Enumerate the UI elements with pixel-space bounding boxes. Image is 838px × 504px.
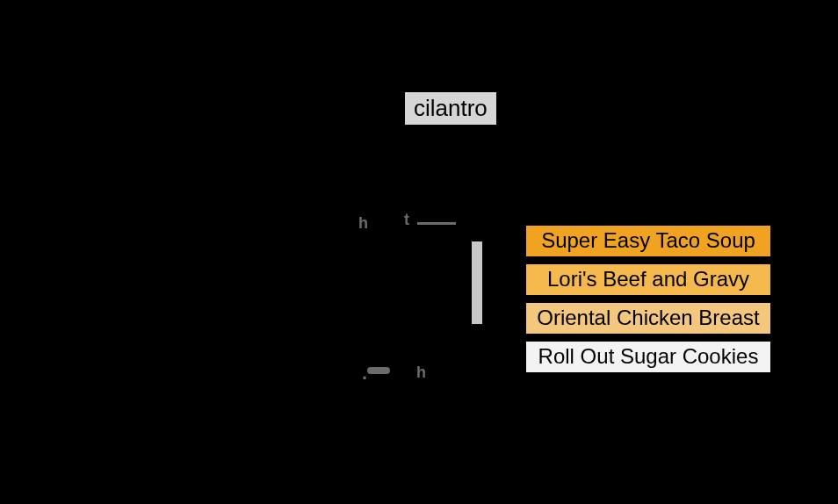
recipe-result-4: Roll Out Sugar Cookies <box>525 341 771 373</box>
axis-tick: . <box>362 362 367 385</box>
axis-tick <box>417 222 456 225</box>
axis-tick: h <box>358 214 368 233</box>
axis-tick: t <box>404 211 409 229</box>
recipe-result-3: Oriental Chicken Breast <box>525 302 771 335</box>
impulse-bar <box>471 241 483 325</box>
recipe-result-2: Lori's Beef and Gravy <box>525 263 771 296</box>
diagram-stage: cilantro h t . h Super Easy Taco Soup Lo… <box>0 0 838 504</box>
recipe-result-1: Super Easy Taco Soup <box>525 225 771 257</box>
axis-tick: h <box>416 364 426 382</box>
axis-tick <box>367 367 390 374</box>
query-term: cilantro <box>404 91 497 126</box>
